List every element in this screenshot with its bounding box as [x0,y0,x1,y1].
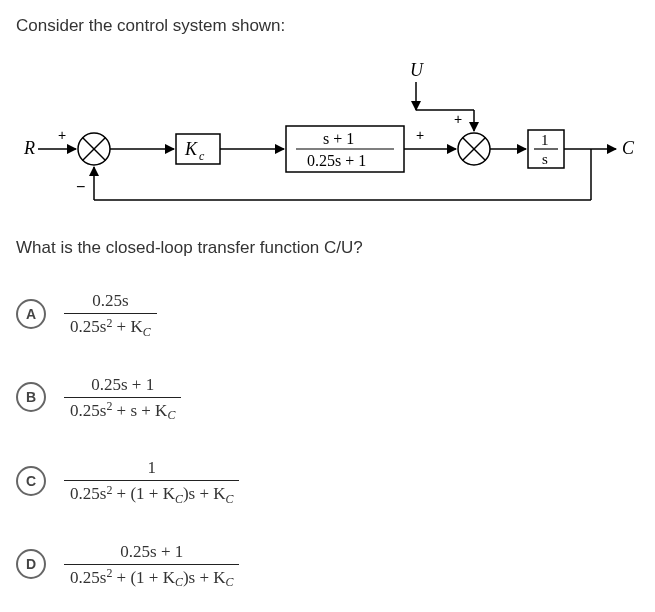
controller-k-sub: c [199,149,205,163]
option-a-expression: 0.25s 0.25s2 + KC [64,290,157,338]
sum1-plus: + [58,127,66,143]
sum2-plus1: + [416,127,424,143]
option-d-letter: D [16,549,46,579]
integrator-num: 1 [541,132,549,148]
option-b[interactable]: B 0.25s + 1 0.25s2 + s + KC [16,362,639,440]
plant-num: s + 1 [323,130,354,147]
sum1-minus: − [76,178,85,195]
option-c-letter: C [16,466,46,496]
block-diagram: R + K c s + 1 0.25s + 1 + U + [16,52,639,222]
question-text: Consider the control system shown: [16,16,639,36]
option-d-expression: 0.25s + 1 0.25s2 + (1 + KC)s + KC [64,541,239,589]
option-a[interactable]: A 0.25s 0.25s2 + KC [16,278,639,356]
output-c-label: C [622,138,635,158]
svg-rect-5 [176,134,220,164]
option-b-expression: 0.25s + 1 0.25s2 + s + KC [64,374,181,422]
option-c[interactable]: C 1 0.25s2 + (1 + KC)s + KC [16,445,639,523]
integrator-den: s [542,151,548,167]
sum2-plus2: + [454,111,462,127]
plant-den: 0.25s + 1 [307,152,366,169]
subquestion-text: What is the closed-loop transfer functio… [16,238,639,258]
controller-k-top: K [184,139,198,159]
option-a-letter: A [16,299,46,329]
option-c-expression: 1 0.25s2 + (1 + KC)s + KC [64,457,239,505]
input-r-label: R [23,138,35,158]
option-b-letter: B [16,382,46,412]
disturbance-u-label: U [410,60,424,80]
option-d[interactable]: D 0.25s + 1 0.25s2 + (1 + KC)s + KC [16,529,639,607]
